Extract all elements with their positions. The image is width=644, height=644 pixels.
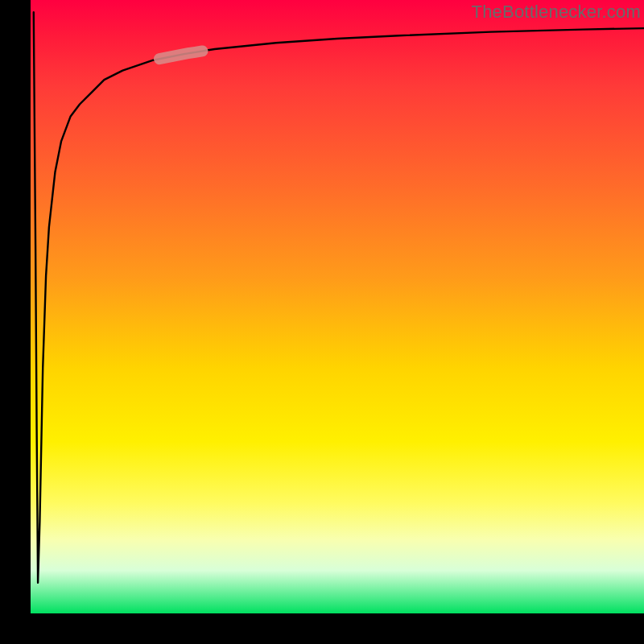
curve-layer <box>31 0 644 613</box>
chart-curve <box>34 12 644 583</box>
frame-bottom <box>0 613 644 644</box>
chart-stage: TheBottlenecker.com <box>0 0 644 644</box>
highlight-segment <box>159 51 202 59</box>
watermark-text: TheBottlenecker.com <box>472 2 641 23</box>
frame-left <box>0 0 31 644</box>
